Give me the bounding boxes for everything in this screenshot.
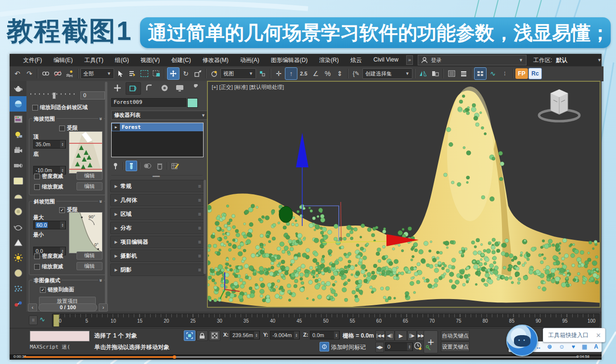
mini-curve-editor-icon[interactable]: ∿ <box>39 315 45 323</box>
slope-max-spinner[interactable]: 60.0▲▼ <box>33 221 66 229</box>
configure-modifier-sets-icon[interactable] <box>170 161 180 171</box>
pin-icon[interactable]: A <box>594 343 598 350</box>
y-coordinate-field[interactable]: -9.004m▲▼ <box>270 331 300 339</box>
rollout-scrollbar[interactable] <box>204 180 206 274</box>
menu-item[interactable]: 文件(F) <box>17 56 48 64</box>
frame-step-arrows[interactable]: ◀▶ <box>375 342 384 352</box>
rollout-header[interactable]: ▶项目编辑器≡ <box>110 236 205 248</box>
unlink-icon[interactable] <box>52 68 64 79</box>
redo-button[interactable]: ↷ <box>24 68 35 79</box>
rollout-header[interactable]: ▶阴影≡ <box>110 264 205 276</box>
rollout-header[interactable]: ▶摄影机≡ <box>110 250 205 262</box>
camera-speaker-icon[interactable] <box>10 158 26 173</box>
altitude-scale-edit-button[interactable]: 编辑 <box>77 182 103 190</box>
tab-utilities-icon[interactable] <box>188 82 203 94</box>
menu-item[interactable]: 创建(C) <box>166 56 197 64</box>
object-name-field[interactable]: Forest009 <box>111 98 186 107</box>
menu-item[interactable]: 组(G) <box>109 56 135 64</box>
selection-lock-icon[interactable] <box>196 330 208 341</box>
select-by-name-icon[interactable] <box>127 68 138 79</box>
forest-pack-button[interactable]: FP <box>515 68 528 79</box>
menu-item[interactable]: Civil View <box>368 56 404 64</box>
undo-button[interactable]: ↶ <box>12 68 23 79</box>
expand-arrow-icon[interactable]: ▶ <box>112 124 120 131</box>
scene-explorer-icon[interactable] <box>446 68 457 79</box>
angle-snap-icon[interactable]: ∠ <box>310 68 321 79</box>
modifier-stack[interactable]: ▶ Forest <box>111 123 204 157</box>
teapot-outline-icon[interactable] <box>10 219 26 235</box>
object-color-swatch[interactable] <box>187 98 198 108</box>
rollout-header[interactable]: ▶几何体≡ <box>110 194 205 206</box>
falloff-slider[interactable] <box>30 92 75 99</box>
mirror-button[interactable] <box>417 68 429 79</box>
tab-display-icon[interactable] <box>173 82 187 94</box>
next-frame-arrow[interactable]: › <box>99 303 108 312</box>
altitude-density-edit-button[interactable]: 编辑 <box>77 172 103 180</box>
modifier-stack-item-forest[interactable]: ▶ Forest <box>112 123 203 131</box>
more-tools-icon[interactable]: ⁞ <box>499 68 511 79</box>
auto-key-button[interactable]: 自动关键点 <box>441 330 470 341</box>
login-dropdown[interactable]: 登录 ▼ <box>418 55 526 65</box>
menu-item[interactable]: 修改器(M) <box>197 56 234 64</box>
bind-to-spacewarp-icon[interactable] <box>64 68 76 79</box>
plane-icon[interactable] <box>10 173 26 188</box>
tab-hierarchy-icon[interactable] <box>142 82 156 94</box>
environment-icon[interactable] <box>10 96 26 112</box>
workspace-dropdown[interactable]: 工作区: 默认 ▼ <box>533 56 602 64</box>
settings-wrench-icon[interactable]: ⊕ <box>547 343 552 350</box>
railclone-button[interactable]: Rc <box>528 68 542 79</box>
sphere-icon[interactable] <box>10 265 26 281</box>
render-teapot-icon[interactable] <box>10 81 26 96</box>
rollout-header[interactable]: ▶常规≡ <box>110 180 205 192</box>
collapse-chevron-icon[interactable]: » <box>98 279 104 282</box>
menu-item[interactable]: 动画(A) <box>234 56 265 64</box>
select-and-move-button[interactable] <box>167 67 180 80</box>
toolbox-shortcut-popup[interactable]: 工具箱快捷入口 ✕ <box>543 328 605 342</box>
slope-density-edit-button[interactable]: 编辑 <box>77 251 103 260</box>
named-selection-set-dropdown[interactable]: 创建选择集▼ <box>362 68 412 79</box>
viewport[interactable]: [+] [正交] [标准] [默认明暗处理] <box>207 81 601 308</box>
ribbon-toggle-icon[interactable] <box>474 67 487 80</box>
absolute-mode-icon[interactable] <box>209 330 220 341</box>
make-unique-icon[interactable] <box>142 161 153 171</box>
grid-icon[interactable]: ▦ <box>582 343 587 350</box>
layer-manager-icon[interactable] <box>458 68 469 79</box>
altitude-limit-checkbox[interactable]: 受限 <box>59 125 77 132</box>
set-key-mode-button[interactable]: 设置关键点 <box>441 341 470 352</box>
skin-icon[interactable]: ♥ <box>572 343 575 350</box>
next-frame-button[interactable]: ||▶ <box>407 330 417 341</box>
x-coordinate-field[interactable]: 239.56m▲▼ <box>230 331 260 339</box>
remove-modifier-icon[interactable] <box>154 161 165 171</box>
tab-motion-icon[interactable] <box>157 82 172 94</box>
molecule-icon[interactable] <box>10 296 26 312</box>
menu-overflow-button[interactable]: » <box>406 55 413 65</box>
render-setup-icon[interactable] <box>10 112 26 127</box>
panel-divider[interactable]: ▬▬ <box>111 175 203 176</box>
window-crossing-icon[interactable] <box>151 68 162 79</box>
falloff-value-field[interactable]: 0 <box>80 91 105 100</box>
align-button[interactable] <box>429 68 441 79</box>
previous-frame-arrow[interactable]: ‹ <box>28 303 37 312</box>
modifier-list-dropdown[interactable]: 修改器列表▼ <box>111 111 208 120</box>
pin-stack-icon[interactable] <box>110 161 121 171</box>
video-progress-handle[interactable] <box>173 355 176 359</box>
menu-item[interactable]: 编辑(E) <box>48 56 78 64</box>
edit-named-selection-icon[interactable]: {✎ <box>350 68 362 79</box>
collapse-chevron-icon[interactable]: » <box>98 117 104 120</box>
percent-snap-icon[interactable]: % <box>322 68 334 79</box>
tab-modify-icon[interactable] <box>126 82 141 95</box>
show-end-result-button[interactable] <box>126 161 137 171</box>
previous-frame-button[interactable]: ◀|| <box>385 330 395 341</box>
altitude-scale-falloff-checkbox[interactable]: 缩放衰减 <box>34 183 63 190</box>
select-object-icon[interactable] <box>115 68 126 79</box>
camera-icon[interactable] <box>10 142 26 158</box>
menu-item[interactable]: 视图(V) <box>135 56 166 64</box>
slope-scale-falloff-checkbox[interactable]: 缩放衰减 <box>34 263 63 270</box>
select-and-rotate-button[interactable]: ↻ <box>180 68 192 79</box>
add-time-tag-icon[interactable] <box>320 342 329 351</box>
mountain-cone-icon[interactable] <box>10 235 26 250</box>
video-progress-track[interactable] <box>24 356 602 358</box>
snap-toggle-3d-button[interactable]: ↑ <box>285 67 297 80</box>
fit-slope-checkbox[interactable]: 缩放到适合斜坡区域 <box>32 104 88 111</box>
tab-create-icon[interactable] <box>110 82 125 94</box>
